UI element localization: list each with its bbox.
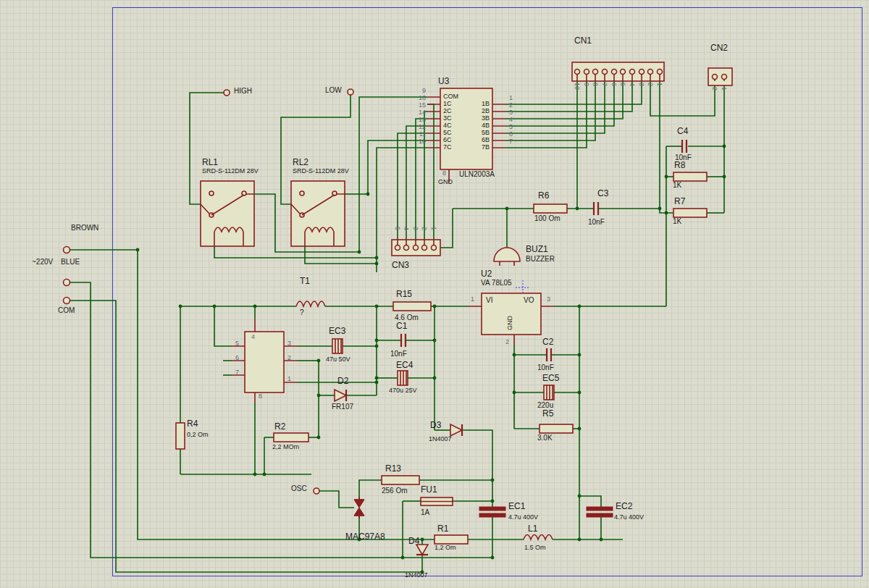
component-r2-symbol[interactable] [274,433,308,442]
component-r13-symbol[interactable] [382,476,419,484]
component-ec5-symbol[interactable] [544,385,554,400]
u2-pin1-number: 1 [471,296,474,303]
component-r6-symbol[interactable] [534,204,567,213]
component-d4-symbol[interactable] [416,545,428,555]
u3-pin-name: 1C [443,101,452,107]
c4-ref: C4 [677,127,688,135]
rl1-ref: RL1 [202,158,218,167]
component-cn1-symbol[interactable] [572,62,664,81]
r6-value: 100 Om [534,215,561,222]
cn1-pin-number: 2 [647,83,653,86]
schematic-graphics [0,0,869,588]
u2-pin2-number: 2 [505,339,509,345]
ic1-pin-number: 1 [287,376,291,382]
buz1-ref: BUZ1 [526,245,548,253]
u3-pin-name: 2B [471,108,490,114]
ec2-value: 4.7u 400V [614,514,644,521]
u3-pin-number: 4 [509,117,513,123]
l1-value: 1.5 Om [524,545,546,551]
component-triac-symbol[interactable] [354,497,364,518]
ic1-pin-number: 8 [259,393,262,400]
c1-ref: C1 [396,322,407,330]
cn1-ref: CN1 [574,36,592,45]
component-c3-symbol[interactable] [594,202,598,215]
cn2-ref: CN2 [710,43,728,52]
terminal-blue[interactable] [64,280,70,286]
r5-value: 3.0K [537,434,553,442]
u2-value: VA 78L05 [481,280,512,287]
component-u3-symbol[interactable] [427,88,505,182]
terminal-com[interactable] [64,298,70,304]
schematic-canvas[interactable]: CN1 CN2 CN3 U3 ULN2003A 8 GND RL1 SRD-S-… [0,0,869,588]
component-ec2-symbol[interactable] [587,507,613,517]
component-c1-symbol[interactable] [401,334,406,347]
cn1-pin-number: 9 [583,83,589,86]
u3-pin-number: 11 [411,131,426,138]
r15-ref: R15 [396,290,412,298]
terminal-brown[interactable] [64,247,70,253]
component-r15-symbol[interactable] [393,302,431,311]
component-rl1-symbol[interactable] [201,181,254,246]
component-ec1-symbol[interactable] [479,507,505,517]
u3-pin-name: 4B [471,122,490,129]
r6-ref: R6 [538,191,549,200]
d3-ref: D3 [430,421,441,429]
u3-value: ULN2003A [459,171,495,178]
u3-pin-number: 2 [509,102,513,109]
c2-ref: C2 [542,337,553,346]
u3-gnd-label: GND [438,179,453,185]
u3-pin8-number: 8 [442,170,446,177]
component-r7-symbol[interactable] [673,209,707,217]
component-cn3-symbol[interactable] [392,240,440,256]
terminal-osc-label: OSC [291,485,307,492]
u3-pin-number: 13 [411,117,426,123]
terminal-low[interactable] [348,89,353,95]
ec1-ref: EC1 [508,502,525,511]
ec4-ref: EC4 [396,361,413,369]
component-r8-symbol[interactable] [673,172,707,181]
u2-gnd-label: GND [507,316,513,330]
cn3-pin-number: 5 [394,227,400,230]
u3-pin-number: 12 [411,124,426,130]
u3-pin-number: 5 [509,124,513,130]
component-d2-symbol[interactable] [335,390,346,401]
u3-pin-name: 6B [471,137,490,143]
cn3-pin-number: 4 [403,227,409,230]
r7-value: 1K [673,218,681,225]
component-r5-symbol[interactable] [540,424,573,433]
u3-pin-name: 4C [443,122,452,129]
u3-pin-name: 3B [471,115,490,122]
r1-value: 1,2 Om [434,545,456,551]
component-buz1-symbol[interactable] [494,248,520,266]
component-r4-symbol[interactable] [176,423,185,449]
c3-ref: C3 [597,189,608,198]
cn3-pin-number: 1 [430,227,437,230]
terminal-osc[interactable] [314,488,319,494]
u3-pin-name: 1B [471,101,490,107]
d4-ref: D4 [408,537,419,545]
cn3-pin-number: 2 [421,227,427,230]
component-fu1-symbol[interactable] [421,497,453,505]
component-l1-symbol[interactable] [524,535,553,540]
component-ec4-symbol[interactable] [398,371,408,385]
r7-ref: R7 [674,197,685,206]
c2-value: 10nF [537,364,554,371]
component-t1-symbol[interactable] [296,301,325,306]
r5-ref: R5 [542,409,553,418]
ic1-pin-number: 7 [235,369,239,376]
r13-ref: R13 [385,464,401,473]
component-c4-symbol[interactable] [682,140,687,153]
ic1-pin-number: 4 [251,334,255,340]
component-d3-symbol[interactable] [450,424,462,436]
ic1-pin-number: 5 [235,340,239,347]
terminal-high[interactable] [224,90,230,96]
u3-pin-name: 6C [443,137,452,143]
component-r1-symbol[interactable] [434,535,468,544]
ec3-value: 47u 50V [326,356,350,363]
component-c2-symbol[interactable] [547,348,551,361]
cursor-crosshair [516,280,530,295]
component-ec3-symbol[interactable] [332,339,343,353]
component-cn2-symbol[interactable] [708,68,732,85]
cn1-pin-number: 5 [619,83,626,86]
component-rl2-symbol[interactable] [291,181,345,246]
